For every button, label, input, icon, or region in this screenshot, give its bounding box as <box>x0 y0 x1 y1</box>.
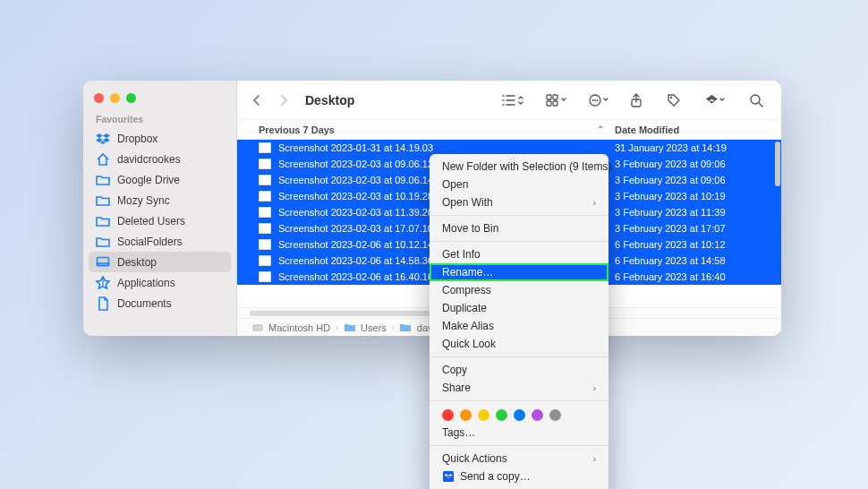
chevron-right-icon: › <box>336 323 338 332</box>
desktop-icon <box>96 255 110 270</box>
menu-item-quick-look[interactable]: Quick Look <box>430 335 608 353</box>
menu-separator <box>430 215 608 216</box>
sidebar-item-google-drive[interactable]: Google Drive <box>83 169 236 190</box>
svg-rect-21 <box>443 471 454 482</box>
tag-color-dot[interactable] <box>442 409 454 421</box>
sidebar-item-label: Applications <box>117 277 175 289</box>
svg-line-19 <box>759 103 762 107</box>
menu-item-label: Copy <box>442 364 467 376</box>
sidebar-item-deleted-users[interactable]: Deleted Users <box>83 210 236 231</box>
sidebar-item-davidcrookes[interactable]: davidcrookes <box>83 149 236 169</box>
sidebar-item-label: Deleted Users <box>117 215 185 227</box>
minimize-button[interactable] <box>110 93 120 103</box>
menu-separator <box>430 356 608 357</box>
forward-button[interactable] <box>275 90 293 110</box>
group-button[interactable] <box>540 90 575 110</box>
sidebar-item-label: davidcrookes <box>117 153 181 166</box>
menu-item-label: Get Info <box>442 248 481 261</box>
file-date: 3 February 2023 at 17:07 <box>615 223 767 234</box>
sidebar-item-applications[interactable]: Applications <box>83 272 236 293</box>
svg-point-17 <box>670 96 672 98</box>
menu-item-label: Quick Look <box>442 338 496 350</box>
menu-item-new-folder-with-selection-9-items[interactable]: New Folder with Selection (9 Items) <box>430 158 608 176</box>
svg-point-15 <box>597 99 599 101</box>
menu-item-share[interactable]: Share› <box>430 379 608 397</box>
close-button[interactable] <box>94 93 104 103</box>
tag-color-dot[interactable] <box>460 409 472 421</box>
toolbar: Desktop <box>237 81 781 120</box>
path-segment[interactable]: Users <box>361 322 387 333</box>
tag-color-dot[interactable] <box>496 409 507 421</box>
svg-rect-0 <box>98 257 109 265</box>
house-icon <box>96 152 110 167</box>
menu-item-make-alias[interactable]: Make Alias <box>430 317 608 335</box>
drive-icon <box>251 322 263 333</box>
svg-point-13 <box>592 99 594 101</box>
action-menu-button[interactable] <box>584 90 613 110</box>
file-date: 3 February 2023 at 11:39 <box>615 207 767 218</box>
file-thumbnail-icon <box>259 255 271 266</box>
menu-item-compress[interactable]: Compress <box>430 281 608 299</box>
sidebar-item-label: Dropbox <box>117 133 157 145</box>
menu-item-send-a-copy[interactable]: Send a copy… <box>430 468 608 485</box>
menu-item-move-to-dropbox[interactable]: Move to Dropbox <box>430 485 608 489</box>
file-thumbnail-icon <box>259 191 271 202</box>
menu-item-open-with[interactable]: Open With› <box>430 193 608 211</box>
documents-icon <box>96 296 110 311</box>
zoom-button[interactable] <box>126 93 136 103</box>
window-title: Desktop <box>305 93 354 107</box>
chevron-right-icon: › <box>392 323 395 332</box>
tag-color-dot[interactable] <box>514 409 525 421</box>
sidebar-item-documents[interactable]: Documents <box>83 293 236 313</box>
menu-item-quick-actions[interactable]: Quick Actions› <box>430 450 608 468</box>
tags-button[interactable] <box>660 90 688 110</box>
menu-item-duplicate[interactable]: Duplicate <box>430 299 608 317</box>
sort-indicator-icon: ⌃ <box>597 124 604 134</box>
submenu-arrow-icon: › <box>593 454 596 464</box>
menu-item-tags[interactable]: Tags… <box>430 424 608 442</box>
menu-item-label: Quick Actions <box>442 452 507 465</box>
search-button[interactable] <box>742 90 770 110</box>
svg-point-14 <box>594 99 596 101</box>
sidebar-item-label: Documents <box>117 297 172 310</box>
window-controls <box>83 86 236 112</box>
sidebar-item-desktop[interactable]: Desktop <box>89 252 231 272</box>
sidebar-item-label: Google Drive <box>117 174 180 186</box>
view-mode-button[interactable] <box>495 90 531 110</box>
column-header-date[interactable]: Date Modified <box>615 124 767 135</box>
sidebar-item-mozy-sync[interactable]: Mozy Sync <box>83 190 236 210</box>
folder-icon <box>96 193 110 208</box>
menu-item-label: Make Alias <box>442 320 494 332</box>
sidebar-item-dropbox[interactable]: Dropbox <box>83 128 236 149</box>
column-header-name[interactable]: Previous 7 Days <box>259 124 597 135</box>
dropbox-button[interactable] <box>697 90 733 110</box>
file-thumbnail-icon <box>259 223 271 234</box>
menu-item-label: Compress <box>442 284 491 296</box>
tag-color-row <box>430 405 608 424</box>
menu-item-label: Tags… <box>442 426 475 439</box>
path-segment[interactable]: Macintosh HD <box>268 322 330 333</box>
vertical-scrollbar[interactable] <box>775 142 780 186</box>
menu-item-move-to-bin[interactable]: Move to Bin <box>430 219 608 237</box>
menu-item-copy[interactable]: Copy <box>430 361 608 379</box>
sidebar-section-label: Favourites <box>83 112 236 128</box>
tag-color-dot[interactable] <box>549 409 561 421</box>
tag-color-dot[interactable] <box>532 409 543 421</box>
svg-point-18 <box>751 95 760 104</box>
menu-item-label: Open With <box>442 196 493 209</box>
menu-item-get-info[interactable]: Get Info <box>430 245 608 263</box>
sidebar-item-socialfolders[interactable]: SocialFolders <box>83 231 236 252</box>
menu-item-label: Move to Bin <box>442 222 498 235</box>
menu-item-label: Share <box>442 382 471 394</box>
back-button[interactable] <box>248 90 266 110</box>
menu-item-label: Rename… <box>442 266 493 279</box>
sidebar: Favourites DropboxdavidcrookesGoogle Dri… <box>83 81 237 336</box>
file-thumbnail-icon <box>259 271 271 282</box>
file-date: 3 February 2023 at 09:06 <box>615 175 767 185</box>
file-thumbnail-icon <box>259 142 271 153</box>
submenu-arrow-icon: › <box>593 383 596 393</box>
menu-item-rename[interactable]: Rename… <box>430 263 608 281</box>
menu-item-open[interactable]: Open <box>430 176 608 193</box>
share-button[interactable] <box>622 90 651 110</box>
tag-color-dot[interactable] <box>478 409 489 421</box>
